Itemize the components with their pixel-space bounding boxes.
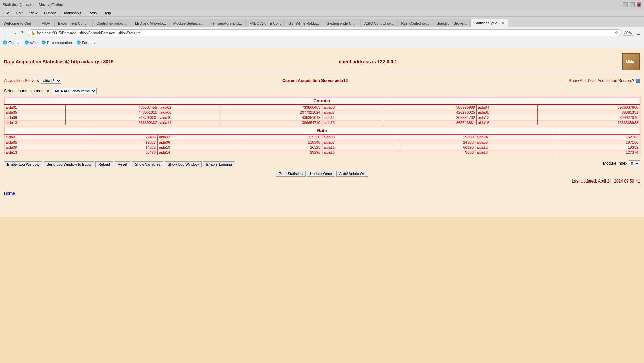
tab-control[interactable]: Control @ aidas-...	[92, 19, 131, 27]
menu-bar: File Edit View History Bookmarks Tools H…	[0, 9, 644, 17]
table-row: aida0512667aida06118348aida0724263aida08…	[4, 140, 640, 145]
tab-system[interactable]: System wide Ch...	[323, 19, 360, 27]
auto-update-button[interactable]: AutoUpdate On	[336, 171, 368, 177]
server-row: Acquisition Servers aida16 Current Acqui…	[4, 76, 640, 85]
cell-label: aida09	[4, 115, 66, 120]
show-all-servers[interactable]: Show ALL Data Acquisition Servers?	[569, 78, 640, 83]
forward-button[interactable]: →	[11, 29, 18, 36]
maximize-button[interactable]: ◻	[630, 2, 635, 7]
cell-value: 162782	[554, 135, 640, 140]
acquisition-server-select[interactable]: aida16	[41, 78, 61, 84]
cell-label: aida15	[322, 120, 383, 125]
tab-run[interactable]: Run Control @...	[398, 19, 433, 27]
bookmarks-bar: 🌐 Centos 🌐 Wiki 🌐 Documentation 🌐 Forums	[0, 38, 644, 47]
table-row: aida1336478aida1429296aida159336aida1612…	[4, 150, 640, 155]
tab-spectrum[interactable]: Spectrum Brows...	[433, 19, 471, 27]
menu-history[interactable]: History	[42, 10, 58, 16]
globe-icon-docs: 🌐	[41, 40, 46, 45]
menu-file[interactable]: File	[1, 10, 12, 16]
rate-section: Rate aida0122495aida02125230aida0325080a…	[4, 127, 640, 155]
bookmark-forums[interactable]: 🌐 Forums	[76, 40, 95, 45]
cell-value: 365746881	[383, 120, 476, 125]
counter-section: Counter aida01435537459aida02739808483ai…	[4, 97, 640, 125]
zero-statistics-button[interactable]: Zero Statistics	[276, 171, 306, 177]
tab-bar: Welcome to Cen... AIDA Experiment Cont..…	[0, 17, 644, 27]
table-row: aida0122495aida02125230aida0325080aida04…	[4, 135, 640, 140]
tab-fadc[interactable]: FADC Align & Co...	[246, 19, 285, 27]
cell-value: 808381702	[383, 115, 476, 120]
globe-icon-wiki: 🌐	[24, 40, 29, 45]
tab-gsi[interactable]: GSI White Rabbi...	[285, 19, 323, 27]
menu-tools[interactable]: Tools	[86, 10, 99, 16]
lock-icon: 🔒	[31, 30, 36, 35]
cell-label: aida12	[476, 115, 538, 120]
tab-asic[interactable]: ASIC Control @...	[360, 19, 398, 27]
send-log-button[interactable]: Send Log Window to ELog	[44, 161, 94, 167]
globe-icon-forums: 🌐	[76, 40, 81, 45]
cell-label: aida13	[4, 150, 83, 155]
cell-value: 566390362	[65, 120, 159, 125]
cell-value: 25080	[401, 135, 475, 140]
cell-value: 2077321824	[220, 110, 322, 115]
cell-value: 739808483	[220, 105, 322, 110]
cell-value: 426293325	[383, 110, 476, 115]
cell-label: aida05	[4, 110, 66, 115]
home-link[interactable]: Home	[4, 191, 15, 196]
cell-value: 1366368938	[538, 120, 640, 125]
show-variables-button[interactable]: Show Variables	[132, 161, 164, 167]
cell-value: 313703830	[65, 115, 159, 120]
counter-section-header: Counter	[4, 97, 640, 105]
update-once-button[interactable]: Update Once	[307, 171, 335, 177]
cell-label: aida16	[476, 120, 538, 125]
bookmark-centos[interactable]: 🌐 Centos	[3, 40, 20, 45]
cell-label: aida03	[322, 135, 401, 140]
window-controls: – ◻ ✕	[623, 2, 641, 7]
cell-value: 66190	[401, 145, 475, 150]
reload-nav-button[interactable]: ↻	[20, 29, 26, 36]
url-bar[interactable]: 🔒 localhost:8015/DataAcquisitionControl/…	[28, 29, 621, 36]
counter-dropdown[interactable]: AIDA ADC data items	[52, 88, 97, 94]
enable-logging-button[interactable]: Enable Logging	[203, 161, 235, 167]
select-counter-label: Select counter to monitor	[4, 89, 49, 93]
menu-view[interactable]: View	[27, 10, 40, 16]
tab-statistics[interactable]: Statistics @ a... ✕	[471, 19, 508, 27]
close-button[interactable]: ✕	[637, 2, 641, 7]
tab-module[interactable]: Module Settings...	[170, 19, 207, 27]
module-index-select[interactable]: 0	[629, 160, 640, 166]
tab-aida[interactable]: AIDA	[38, 19, 54, 27]
counter-table: aida01435537459aida02739808483aida035039…	[4, 105, 640, 125]
bookmark-docs[interactable]: 🌐 Documentation	[41, 40, 72, 45]
empty-log-button[interactable]: Empty Log Window	[4, 161, 42, 167]
counter-select-row: Select counter to monitor AIDA ADC data …	[4, 88, 640, 94]
menu-bookmarks[interactable]: Bookmarks	[61, 10, 83, 16]
cell-value: 12667	[83, 140, 157, 145]
bookmark-wiki[interactable]: 🌐 Wiki	[24, 40, 37, 45]
table-row: aida13566390362aida14386654710aida153657…	[4, 120, 640, 125]
table-row: aida09313703830aida10439351048aida118083…	[4, 115, 640, 120]
menu-help[interactable]: Help	[101, 10, 113, 16]
minimize-button[interactable]: –	[623, 2, 628, 7]
star-icon[interactable]: ☆	[615, 30, 618, 35]
cell-value: 18352	[554, 145, 640, 150]
tab-close-icon[interactable]: ✕	[502, 21, 505, 25]
cell-value: 187166	[554, 140, 640, 145]
cell-value: 127374	[554, 150, 640, 155]
page-header: Data Acquisition Statistics @ http aidas…	[4, 50, 640, 73]
cell-value: 3986037600	[538, 105, 640, 110]
action-buttons: Empty Log Window Send Log Window to ELog…	[4, 161, 235, 167]
menu-edit[interactable]: Edit	[14, 10, 25, 16]
cell-label: aida01	[4, 105, 66, 110]
table-row: aida01435537459aida02739808483aida035039…	[4, 105, 640, 110]
tab-temp[interactable]: Temperature and...	[207, 19, 246, 27]
table-row: aida0914282aida1026323aida1166190aida121…	[4, 145, 640, 150]
tab-experiment[interactable]: Experiment Cont...	[54, 19, 92, 27]
menu-nav-button[interactable]: ☰	[635, 29, 642, 36]
reset-button[interactable]: Reset	[115, 161, 130, 167]
show-all-checkbox[interactable]	[636, 79, 640, 83]
cell-value: 88361331	[538, 110, 640, 115]
tab-welcome[interactable]: Welcome to Cen...	[0, 19, 38, 27]
show-log-button[interactable]: Show Log Window	[165, 161, 202, 167]
reload-button[interactable]: Reload	[95, 161, 113, 167]
back-button[interactable]: ←	[2, 29, 9, 36]
tab-led[interactable]: LED and Wavefo...	[131, 19, 170, 27]
